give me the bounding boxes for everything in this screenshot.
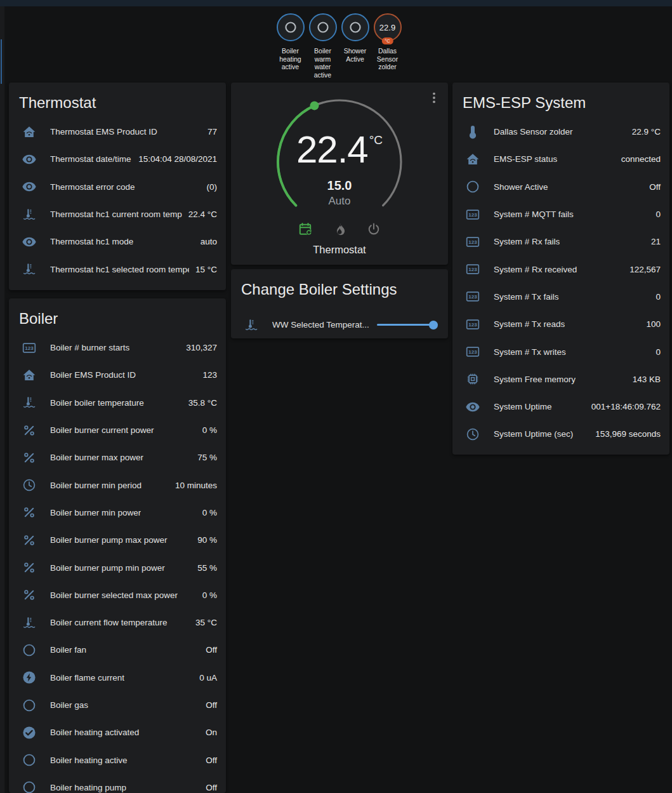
entity-name: System Free memory (494, 375, 576, 384)
thermometer-icon (465, 124, 480, 140)
entity-row-boiler-burner-min-period[interactable]: Boiler burner min period10 minutes (9, 471, 226, 498)
slider-knob[interactable] (429, 321, 438, 330)
entity-value: 153,969 seconds (589, 429, 661, 439)
entity-row-boiler-burner-pump-max-power[interactable]: Boiler burner pump max power90 % (9, 526, 226, 554)
entity-row-boiler-burner-pump-min-power[interactable]: Boiler burner pump min power55 % (9, 554, 226, 581)
entity-name: Boiler burner pump max power (50, 535, 168, 545)
entity-row-thermostat-hc1-selected-room-temper[interactable]: Thermostat hc1 selected room temper...15… (9, 255, 226, 283)
entity-name: Boiler heating pump (50, 783, 126, 792)
slider-track[interactable] (377, 324, 433, 326)
entity-name: System # Tx fails (494, 292, 559, 302)
auto-mode-button[interactable] (298, 222, 313, 237)
dial-handle[interactable] (310, 101, 319, 110)
heat-mode-button[interactable] (332, 222, 347, 237)
entity-row-system-rx-fails[interactable]: 123System # Rx fails21 (452, 228, 669, 255)
entity-row-boiler-heating-activated[interactable]: Boiler heating activatedOn (9, 719, 226, 746)
off-mode-button[interactable] (366, 222, 381, 237)
svg-text:123: 123 (468, 322, 477, 328)
entity-name: System # MQTT fails (494, 210, 574, 219)
top-bar (0, 0, 672, 6)
entity-row-thermostat-ems-product-id[interactable]: Thermostat EMS Product ID77 (9, 118, 226, 145)
badge-shower-active[interactable]: Shower Active (339, 13, 371, 79)
entity-row-system-tx-reads[interactable]: 123System # Tx reads100 (452, 310, 669, 338)
radiobox-blank-icon (284, 20, 298, 34)
badge-label: Dallas Sensor zolder (372, 47, 403, 71)
entity-row-boiler-boiler-temperature[interactable]: Boiler boiler temperature35.8 °C (9, 389, 226, 416)
badge-circle[interactable] (277, 13, 305, 41)
entity-name: Dallas Sensor zolder (494, 127, 573, 137)
entity-value: 22.9 °C (626, 127, 661, 137)
badge-boiler-heating-active[interactable]: Boiler heating active (275, 13, 306, 79)
entity-name-label: Thermostat (231, 244, 448, 256)
entity-row-thermostat-hc1-current-room-temper[interactable]: Thermostat hc1 current room temper...22.… (9, 201, 226, 228)
entity-value: 0 uA (193, 673, 217, 683)
badge-circle[interactable] (309, 13, 337, 41)
more-options-button[interactable] (426, 90, 442, 105)
entity-name: Boiler burner min period (50, 481, 142, 490)
thermostat-dial-card: 22.4 °C 15.0 Auto Thermostat (231, 83, 448, 265)
entity-row-system-tx-fails[interactable]: 123System # Tx fails0 (452, 283, 669, 310)
entity-value: 123 (196, 370, 217, 380)
left-edge-strip (0, 6, 4, 793)
entity-row-boiler-burner-current-power[interactable]: Boiler burner current power0 % (9, 416, 226, 444)
counter-icon: 123 (465, 317, 480, 332)
percent-icon (22, 560, 37, 575)
badge-value: 22.9 (379, 23, 395, 32)
entity-row-boiler-current-flow-temperature[interactable]: Boiler current flow temperature35 °C (9, 609, 226, 636)
entity-row-boiler-burner-starts[interactable]: 123Boiler # burner starts310,327 (9, 334, 226, 361)
entity-name: Boiler burner max power (50, 453, 143, 462)
entity-value: 100 (640, 319, 661, 329)
entity-row-system-mqtt-fails[interactable]: 123System # MQTT fails0 (452, 201, 669, 228)
entity-row-boiler-burner-min-power[interactable]: Boiler burner min power0 % (9, 499, 226, 526)
entity-value: Off (199, 756, 217, 765)
entity-row-boiler-flame-current[interactable]: Boiler flame current0 uA (9, 664, 226, 691)
entity-name: Boiler # burner starts (50, 343, 129, 352)
entity-row-boiler-burner-max-power[interactable]: Boiler burner max power75 % (9, 444, 226, 471)
scrollbar-sliver[interactable] (1, 39, 2, 84)
ww-temperature-slider[interactable] (377, 320, 438, 330)
entity-value: (0) (201, 182, 218, 192)
entity-row-shower-active[interactable]: Shower ActiveOff (452, 173, 669, 201)
entity-row-boiler-ems-product-id[interactable]: Boiler EMS Product ID123 (9, 361, 226, 389)
entity-row-system-rx-received[interactable]: 123System # Rx received122,567 (452, 255, 669, 283)
badge-circle[interactable] (341, 13, 369, 41)
entity-row-dallas-sensor-zolder[interactable]: Dallas Sensor zolder22.9 °C (452, 118, 669, 145)
entity-row-thermostat-hc1-mode[interactable]: Thermostat hc1 modeauto (9, 228, 226, 255)
entity-value: 15:04:04 28/08/2021 (132, 154, 217, 164)
entity-row-boiler-burner-selected-max-power[interactable]: Boiler burner selected max power0 % (9, 582, 226, 609)
coolant-icon (22, 395, 37, 410)
entity-row-boiler-gas[interactable]: Boiler gasOff (9, 691, 226, 719)
entity-row-ems-esp-status[interactable]: EMS-ESP statusconnected (452, 145, 669, 173)
entity-name: System # Rx fails (494, 237, 560, 246)
entity-row-boiler-heating-active[interactable]: Boiler heating activeOff (9, 746, 226, 773)
card-title: EMS-ESP System (452, 83, 669, 114)
percent-icon (22, 505, 37, 520)
coolant-temperature-icon (244, 317, 259, 333)
entity-row-system-tx-writes[interactable]: 123System # Tx writes0 (452, 338, 669, 365)
card-title: Thermostat (9, 83, 226, 114)
entity-value: Off (199, 645, 217, 655)
svg-text:123: 123 (468, 239, 477, 245)
circle-icon (22, 780, 37, 793)
entity-row-system-free-memory[interactable]: System Free memory143 KB (452, 366, 669, 393)
entity-value: 55 % (191, 563, 217, 573)
entity-value: 0 % (196, 590, 217, 600)
badge-dallas-sensor-zolder[interactable]: 22.9°CDallas Sensor zolder (372, 13, 403, 79)
entity-row-boiler-heating-pump[interactable]: Boiler heating pumpOff (9, 774, 226, 793)
eye-icon (22, 179, 37, 194)
entity-name: Shower Active (494, 182, 548, 192)
entity-row-thermostat-error-code[interactable]: Thermostat error code(0) (9, 173, 226, 201)
entity-name: Thermostat hc1 mode (50, 237, 133, 246)
entity-name: System Uptime (494, 402, 552, 411)
ww-temperature-row: WW Selected Temperat... (231, 311, 448, 338)
badge-label: Boiler heating active (275, 47, 306, 71)
boiler-entities-card: Boiler 123Boiler # burner starts310,327B… (9, 298, 226, 793)
entity-row-system-uptime[interactable]: System Uptime001+18:46:09.762 (452, 393, 669, 420)
entity-name: Boiler current flow temperature (50, 618, 168, 627)
entity-row-system-uptime-sec[interactable]: System Uptime (sec)153,969 seconds (452, 420, 669, 448)
badge-circle[interactable]: 22.9°C (374, 13, 402, 41)
badge-boiler-warm-water-active[interactable]: Boiler warm water active (307, 13, 338, 79)
entity-row-boiler-fan[interactable]: Boiler fanOff (9, 636, 226, 663)
entity-name: System # Rx received (494, 265, 577, 274)
entity-row-thermostat-date-time[interactable]: Thermostat date/time15:04:04 28/08/2021 (9, 145, 226, 173)
